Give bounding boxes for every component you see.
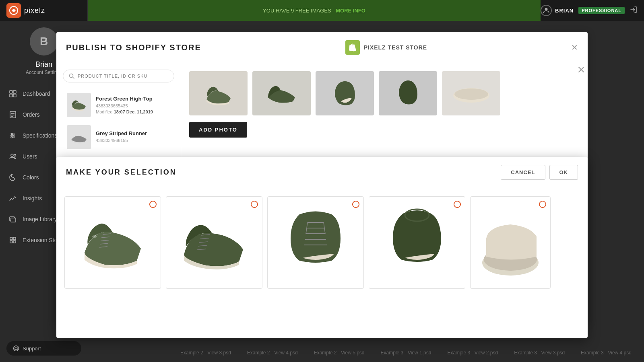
svg-rect-2: [10, 90, 12, 93]
image-library-icon: [8, 214, 18, 224]
user-area: BRIAN: [541, 5, 574, 16]
pro-badge: PROFESSIONAL: [578, 7, 625, 14]
pixelz-logo-icon: [6, 3, 21, 18]
photo-thumb-4[interactable]: [379, 71, 437, 115]
store-name-label: PIXELZ TEST STORE: [364, 44, 427, 51]
product-modified-1: Modified 18:07 Dec. 11,2019: [96, 109, 170, 114]
shoe-image-2: [174, 204, 254, 281]
modified-time-1: 18:07 Dec. 11,2019: [114, 109, 153, 114]
sidebar-item-label-colors: Colors: [23, 174, 39, 181]
product-info-2: Grey Striped Runner 4383034966155: [96, 130, 170, 144]
top-bar: pixelz YOU HAVE 9 FREE IMAGES MORE INFO …: [0, 0, 644, 21]
product-info-1: Forest Green High-Top 4383033655435 Modi…: [96, 96, 170, 114]
shoe-image-1: [72, 204, 153, 281]
product-sku-1: 4383033655435: [96, 103, 170, 108]
selection-item-2[interactable]: [166, 196, 262, 289]
svg-point-16: [11, 154, 13, 156]
publish-dialog-title: PUBLISH TO SHOPIFY STORE: [66, 43, 201, 52]
selection-dialog-header: MAKE YOUR SELECTION CANCEL OK: [56, 157, 588, 188]
svg-rect-3: [13, 90, 16, 93]
selection-items-container: [56, 188, 588, 341]
svg-line-28: [14, 349, 15, 350]
top-bar-username: BRIAN: [555, 8, 574, 14]
insights-icon: [8, 193, 18, 203]
support-button[interactable]: Support: [6, 341, 81, 356]
support-label: Support: [23, 346, 41, 352]
svg-rect-21: [13, 237, 16, 240]
sidebar-username: Brian: [35, 60, 52, 69]
free-notice-text: YOU HAVE 9 FREE IMAGES: [263, 8, 331, 14]
selection-item-3[interactable]: [267, 196, 364, 289]
svg-point-14: [13, 135, 15, 136]
selection-dialog-actions: CANCEL OK: [501, 165, 578, 180]
svg-point-1: [545, 8, 548, 11]
more-info-link[interactable]: MORE INFO: [336, 8, 365, 14]
publish-dialog-header: PUBLISH TO SHOPIFY STORE PIXELZ TEST STO…: [56, 32, 588, 63]
specifications-icon: [8, 131, 18, 140]
selection-item-4[interactable]: [369, 196, 465, 289]
product-thumb-2: [67, 125, 91, 149]
product-name-2: Grey Striped Runner: [96, 130, 170, 136]
selection-dialog-title: MAKE YOUR SELECTION: [66, 168, 177, 177]
users-icon: [8, 152, 18, 161]
photo-thumb-2[interactable]: [252, 71, 311, 115]
user-avatar-icon: [541, 5, 552, 16]
modified-label-1: Modified: [96, 109, 113, 114]
logo-area: pixelz: [0, 0, 88, 21]
sidebar-item-label-image-library: Image Library: [23, 216, 57, 222]
product-search-box[interactable]: [63, 70, 174, 82]
svg-rect-19: [11, 218, 16, 222]
shoe-image-4: [377, 198, 457, 287]
svg-line-26: [17, 346, 18, 348]
svg-point-57: [409, 211, 425, 219]
svg-point-13: [11, 133, 13, 135]
make-selection-dialog: MAKE YOUR SELECTION CANCEL OK: [56, 157, 588, 338]
sidebar-item-label-users: Users: [23, 153, 37, 160]
svg-point-36: [92, 235, 97, 238]
add-photo-button[interactable]: ADD PHOTO: [189, 122, 247, 138]
close-panel-btn[interactable]: [578, 66, 584, 74]
free-images-notice: YOU HAVE 9 FREE IMAGES MORE INFO: [88, 0, 541, 21]
search-icon: [69, 73, 74, 79]
product-search-input[interactable]: [78, 74, 168, 78]
sidebar-item-label-dashboard: Dashboard: [23, 90, 50, 97]
photo-thumb-1[interactable]: [189, 71, 248, 115]
svg-point-17: [14, 154, 16, 156]
svg-rect-4: [10, 94, 12, 97]
shopify-icon: [345, 40, 360, 55]
ok-button[interactable]: OK: [549, 165, 578, 180]
svg-point-15: [11, 136, 12, 138]
user-avatar: B: [30, 27, 58, 56]
svg-rect-20: [10, 237, 12, 240]
sidebar-item-label-insights: Insights: [23, 195, 42, 202]
orders-icon: [8, 110, 18, 119]
radio-1[interactable]: [149, 201, 157, 208]
svg-point-33: [454, 88, 488, 100]
svg-point-25: [15, 347, 17, 350]
extension-store-icon: [8, 235, 18, 245]
svg-line-27: [17, 349, 18, 350]
svg-line-31: [73, 77, 74, 79]
radio-4[interactable]: [454, 201, 461, 208]
svg-line-29: [14, 346, 15, 348]
product-item-forest-green[interactable]: Forest Green High-Top 4383033655435 Modi…: [63, 89, 174, 121]
photo-thumb-5[interactable]: [442, 71, 500, 115]
logo-text: pixelz: [24, 6, 45, 15]
radio-3[interactable]: [352, 201, 359, 208]
selection-item-5[interactable]: [470, 196, 551, 289]
colors-icon: [8, 173, 18, 182]
radio-2[interactable]: [251, 201, 258, 208]
cancel-button[interactable]: CANCEL: [501, 165, 545, 180]
sidebar-item-label-orders: Orders: [23, 111, 40, 118]
photo-thumb-3[interactable]: [316, 71, 374, 115]
logout-icon[interactable]: [630, 6, 638, 16]
product-item-grey-runner[interactable]: Grey Striped Runner 4383034966155: [63, 121, 174, 153]
svg-rect-22: [10, 241, 12, 243]
product-name-1: Forest Green High-Top: [96, 96, 170, 102]
publish-dialog-close[interactable]: ✕: [571, 43, 578, 52]
photos-grid: [189, 71, 580, 115]
selection-item-1[interactable]: [64, 196, 161, 289]
shoe-image-3: [275, 198, 356, 287]
radio-5[interactable]: [539, 201, 546, 208]
add-photo-section: ADD PHOTO: [189, 122, 580, 138]
